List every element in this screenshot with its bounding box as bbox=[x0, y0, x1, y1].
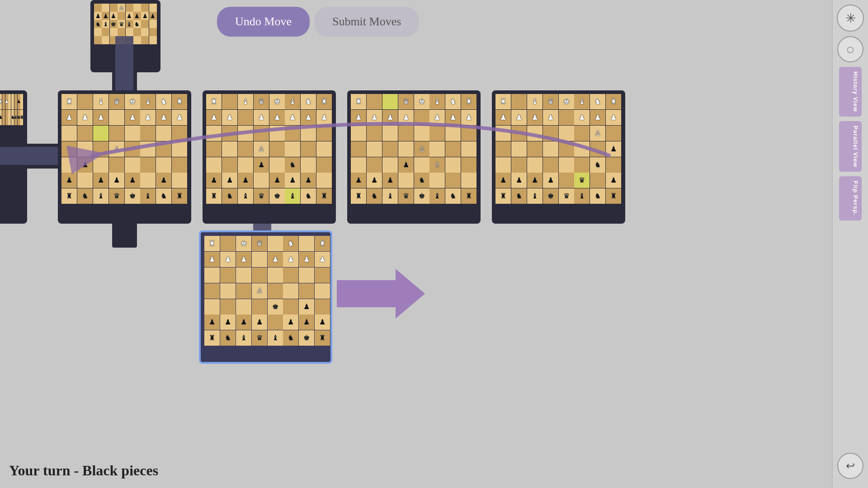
cell bbox=[559, 157, 574, 173]
cell: ♚ bbox=[125, 94, 140, 109]
cell bbox=[445, 141, 461, 157]
cell bbox=[445, 126, 461, 141]
cell bbox=[125, 157, 140, 173]
parallel-view-button[interactable]: Parallel View bbox=[839, 121, 862, 172]
board-mid-left[interactable]: ♜ ♝ ♛ ♚ ♝ ♞ ♜ ♟ ♟ ♟ ♟ ♟ ♟ ♟ bbox=[58, 90, 191, 224]
cell bbox=[141, 20, 149, 28]
circle-button[interactable]: ○ bbox=[837, 36, 863, 62]
cell: ♛ bbox=[252, 236, 267, 251]
board-center-right[interactable]: ♜ ♛ ♚ ♝ ♞ ♜ ♟ ♟ ♟ ♟ ♟ ♟ ♟ bbox=[347, 90, 481, 224]
cell bbox=[93, 126, 108, 141]
cell bbox=[606, 126, 621, 141]
board-far-right[interactable]: ♜ ♝ ♛ ♚ ♝ ♞ ♜ ♟ ♟ ♟ ♟ ♟ ♟ ♟ ♙ bbox=[492, 90, 625, 224]
cell bbox=[94, 28, 102, 36]
cell bbox=[149, 20, 157, 28]
cell bbox=[222, 126, 237, 141]
big-arrow-right bbox=[337, 267, 427, 323]
cell bbox=[140, 126, 156, 141]
cell: ♜ bbox=[606, 188, 621, 204]
cell bbox=[61, 157, 77, 173]
board-bottom-center[interactable]: ♜ ♚ ♛ ♞ ♜ ♟ ♟ ♟ ♟ ♟ ♟ ♟ bbox=[199, 230, 332, 364]
flip-perspective-button[interactable]: Flip Persp. bbox=[839, 176, 862, 220]
board-center[interactable]: ♜ ♝ ♛ ♚ ♝ ♞ ♜ ♟ ♟ ♟ ♟ ♟ ♟ ♟ bbox=[203, 90, 336, 224]
cell: ♜ bbox=[461, 94, 476, 109]
cell: ♞ bbox=[445, 188, 461, 204]
cell: ♟ bbox=[0, 110, 2, 125]
cell: ♝ bbox=[527, 94, 542, 109]
cell: ♞ bbox=[285, 157, 300, 173]
cell: ♟ bbox=[220, 314, 236, 330]
cell: ♟ bbox=[109, 173, 124, 188]
cell: ♟ bbox=[299, 252, 314, 267]
cell bbox=[254, 126, 269, 141]
cell bbox=[606, 157, 621, 173]
cell: ♙ bbox=[414, 141, 429, 157]
cell: ♝ bbox=[102, 20, 109, 28]
cell: ♟ bbox=[367, 110, 382, 125]
cell: ♝ bbox=[285, 94, 300, 109]
cell bbox=[269, 157, 285, 173]
cell: ♚ bbox=[559, 94, 574, 109]
cell bbox=[236, 299, 251, 314]
cell: ♟ bbox=[222, 173, 237, 188]
cell: ♟ bbox=[110, 12, 118, 20]
board-top[interactable]: ♙ ♟ ♟ ♟ ♟ ♟ ♟ ♟ ♞ ♝ ♚ ♛ ♝ ♞ bbox=[90, 0, 160, 72]
cell bbox=[382, 157, 398, 173]
cell: ♟ bbox=[77, 157, 93, 173]
cell bbox=[414, 157, 429, 173]
cell: ♜ bbox=[351, 94, 366, 109]
back-button[interactable]: ↩ bbox=[837, 453, 863, 479]
cell bbox=[204, 267, 220, 283]
cell: ♜ bbox=[206, 188, 222, 204]
cell bbox=[527, 157, 542, 173]
cell bbox=[283, 299, 298, 314]
submit-moves-button[interactable]: Submit Moves bbox=[314, 7, 419, 37]
cell: ♛ bbox=[109, 188, 124, 204]
cell: ♛ bbox=[109, 94, 124, 109]
cell bbox=[110, 28, 118, 36]
cell: ♗ bbox=[429, 157, 445, 173]
cell: ♟ bbox=[301, 173, 316, 188]
cell: ♝ bbox=[382, 188, 398, 204]
undo-move-button[interactable]: Undo Move bbox=[217, 7, 310, 37]
cell: ♞ bbox=[222, 188, 237, 204]
cell bbox=[8, 94, 11, 109]
cell bbox=[301, 157, 316, 173]
history-view-button[interactable]: History View bbox=[839, 67, 862, 117]
cell bbox=[220, 236, 236, 251]
cell: ♞ bbox=[156, 94, 171, 109]
cell: ♚ bbox=[236, 236, 251, 251]
cell bbox=[102, 36, 109, 44]
cell bbox=[172, 157, 187, 173]
cell bbox=[543, 126, 558, 141]
cell: ♟ bbox=[382, 110, 398, 125]
cell: ♞ bbox=[301, 188, 316, 204]
cell bbox=[126, 28, 133, 36]
cell: ♟ bbox=[149, 12, 157, 20]
cell: ♟ bbox=[269, 173, 285, 188]
cell bbox=[268, 283, 283, 299]
cell bbox=[109, 110, 124, 125]
cell: ♞ bbox=[94, 20, 102, 28]
cell bbox=[285, 126, 300, 141]
cell: ♟ bbox=[222, 110, 237, 125]
cell bbox=[382, 94, 398, 109]
cell: ♟ bbox=[254, 110, 269, 125]
cell bbox=[351, 141, 366, 157]
cell bbox=[445, 157, 461, 173]
cell: ♞ bbox=[283, 236, 298, 251]
cell bbox=[367, 157, 382, 173]
cell: ♛ bbox=[254, 94, 269, 109]
cell: ♜ bbox=[495, 188, 511, 204]
star-button[interactable]: ✳ bbox=[837, 5, 864, 32]
cell: ♟ bbox=[299, 314, 314, 330]
cell bbox=[93, 141, 108, 157]
cell bbox=[285, 141, 300, 157]
cell bbox=[222, 141, 237, 157]
sidebar: ✳ ○ History View Parallel View Flip Pers… bbox=[832, 0, 868, 488]
cell: ♝ bbox=[285, 188, 300, 204]
board-far-left[interactable]: ♜ ♟ ♟ ♟ ♞ ♛ ♚ ♜ bbox=[0, 90, 27, 224]
cell: ♝ bbox=[238, 94, 253, 109]
cell: ♟ bbox=[236, 314, 251, 330]
cell bbox=[382, 126, 398, 141]
